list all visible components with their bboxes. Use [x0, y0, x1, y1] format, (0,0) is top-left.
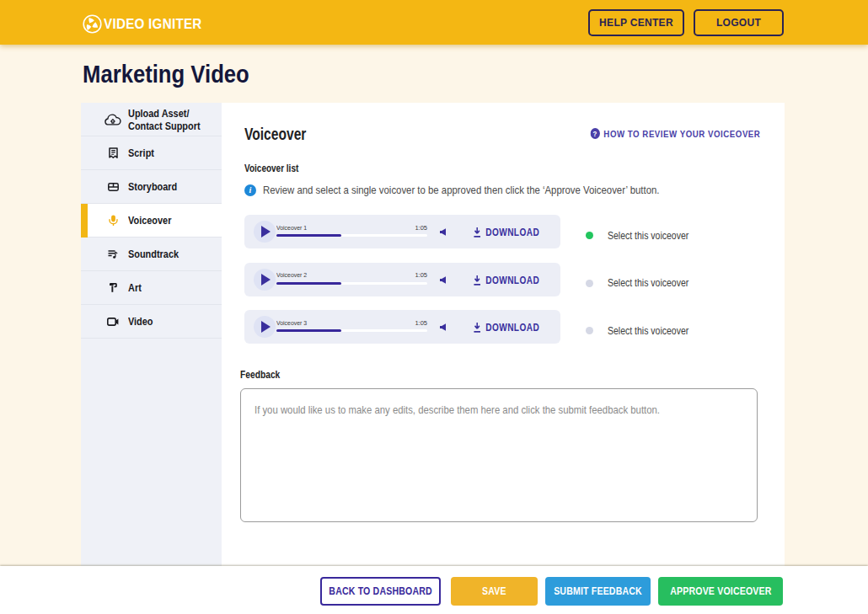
svg-text:?: ?	[592, 129, 597, 138]
